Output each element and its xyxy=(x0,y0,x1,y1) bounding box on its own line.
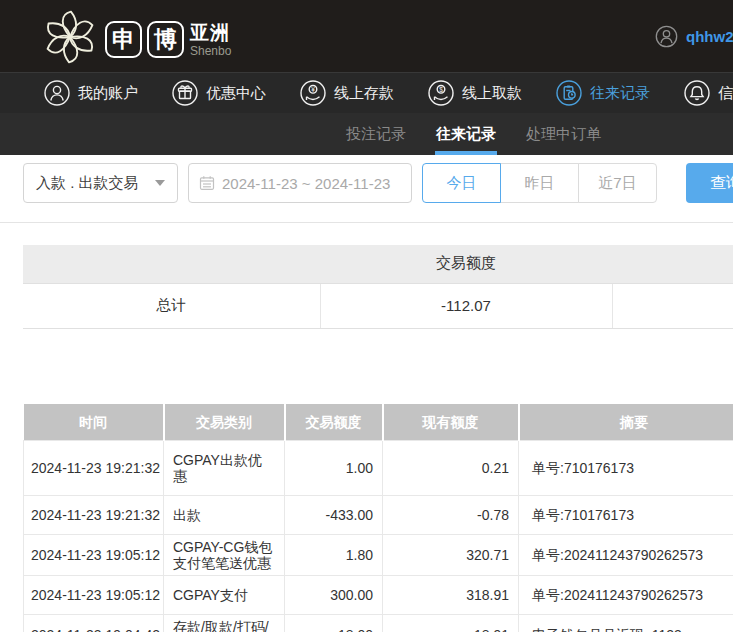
nav-item-records[interactable]: 往来记录 xyxy=(556,80,650,106)
quick-date-buttons: 今日 昨日 近7日 xyxy=(422,163,657,203)
cell-type: CGPAY-CG钱包支付笔笔送优惠 xyxy=(164,534,285,575)
col-header-type: 交易类别 xyxy=(164,404,285,440)
transactions-header-row: 时间 交易类别 交易额度 现有额度 摘要 xyxy=(24,404,733,440)
yesterday-button[interactable]: 昨日 xyxy=(500,163,579,203)
col-header-balance: 现有额度 xyxy=(383,404,519,440)
cell-amount: 1.00 xyxy=(285,440,383,495)
record-tabs: 投注记录 往来记录 处理中订单 xyxy=(345,113,602,155)
cell-balance: 0.21 xyxy=(383,440,519,495)
username-text[interactable]: qhhw2 xyxy=(686,28,733,45)
section-divider xyxy=(0,222,733,223)
nav-item-label: 信息 xyxy=(718,84,733,103)
cell-balance: 320.71 xyxy=(383,534,519,575)
logo-region-text: 亚洲 xyxy=(190,23,231,42)
nav-item-label: 往来记录 xyxy=(590,84,650,103)
tab-label: 往来记录 xyxy=(436,125,496,144)
nav-item-label: 我的账户 xyxy=(78,84,138,103)
tab-bet-records[interactable]: 投注记录 xyxy=(345,113,407,155)
main-navigation: 我的账户 优惠中心 ¥ 线上存款 $ 线上取款 xyxy=(0,72,733,113)
tab-transaction-records[interactable]: 往来记录 xyxy=(435,113,497,155)
summary-header-amount: 交易额度 xyxy=(320,245,612,283)
cell-amount: 18.00 xyxy=(285,614,383,632)
nav-item-label: 优惠中心 xyxy=(206,84,266,103)
cell-type: 出款 xyxy=(164,495,285,534)
cell-amount: 300.00 xyxy=(285,575,383,614)
site-logo[interactable]: 申 博 亚洲 Shenbo xyxy=(40,7,231,67)
tab-label: 处理中订单 xyxy=(526,125,601,144)
table-row: 2024-11-23 19:21:32 出款 -433.00 -0.78 单号:… xyxy=(24,495,733,534)
flower-logo-icon xyxy=(40,7,100,67)
table-row: 2024-11-23 19:05:12 CGPAY支付 300.00 318.9… xyxy=(24,575,733,614)
last-7-days-button[interactable]: 近7日 xyxy=(578,163,657,203)
summary-table: 交易额度 总计 -112.07 xyxy=(23,245,733,329)
date-range-input[interactable]: 2024-11-23 ~ 2024-11-23 xyxy=(188,163,412,203)
cell-note: 电子钱包月月返现_1123 xyxy=(519,614,733,632)
nav-item-label: 线上存款 xyxy=(334,84,394,103)
summary-total-value: -112.07 xyxy=(320,283,612,328)
nav-item-messages[interactable]: 信息 xyxy=(684,80,733,106)
logo-char-bo: 博 xyxy=(147,21,184,58)
deposit-hand-coin-icon: ¥ xyxy=(300,80,326,106)
summary-total-row: 总计 -112.07 xyxy=(23,283,733,328)
logo-char-shen: 申 xyxy=(105,21,142,58)
avatar-icon xyxy=(655,25,678,48)
today-button[interactable]: 今日 xyxy=(422,163,501,203)
sub-navigation: 投注记录 往来记录 处理中订单 xyxy=(0,113,733,155)
cell-note: 单号:202411243790262573 xyxy=(519,534,733,575)
transaction-type-select[interactable]: 入款 . 出款交易 xyxy=(23,163,178,203)
summary-header-row: 交易额度 xyxy=(23,245,733,283)
tab-processing-orders[interactable]: 处理中订单 xyxy=(525,113,602,155)
summary-total-label: 总计 xyxy=(23,283,320,328)
table-row: 2024-11-23 19:05:12 CGPAY-CG钱包支付笔笔送优惠 1.… xyxy=(24,534,733,575)
table-row: 2024-11-23 19:21:32 CGPAY出款优惠 1.00 0.21 … xyxy=(24,440,733,495)
cell-amount: -433.00 xyxy=(285,495,383,534)
summary-header-empty xyxy=(612,245,733,283)
cell-balance: -0.78 xyxy=(383,495,519,534)
site-header: 申 博 亚洲 Shenbo qhhw2 xyxy=(0,0,733,72)
chevron-down-icon xyxy=(155,180,165,186)
cell-type: CGPAY支付 xyxy=(164,575,285,614)
today-button-label: 今日 xyxy=(447,174,477,193)
cell-time: 2024-11-23 19:21:32 xyxy=(24,495,164,534)
content-area: 入款 . 出款交易 2024-11-23 ~ 2024-11-23 今日 昨日 … xyxy=(0,155,733,632)
yesterday-button-label: 昨日 xyxy=(525,174,555,193)
cell-amount: 1.80 xyxy=(285,534,383,575)
cell-time: 2024-11-23 19:21:32 xyxy=(24,440,164,495)
tab-label: 投注记录 xyxy=(346,125,406,144)
nav-item-my-account[interactable]: 我的账户 xyxy=(44,80,138,106)
nav-item-withdraw[interactable]: $ 线上取款 xyxy=(428,80,522,106)
last-7-days-button-label: 近7日 xyxy=(598,174,636,193)
cell-note: 单号:202411243790262573 xyxy=(519,575,733,614)
records-clipboard-icon xyxy=(556,80,582,106)
summary-empty-cell xyxy=(612,283,733,328)
summary-header-empty xyxy=(23,245,320,283)
col-header-time: 时间 xyxy=(24,404,164,440)
user-account[interactable]: qhhw2 xyxy=(655,25,733,48)
svg-text:¥: ¥ xyxy=(311,86,315,93)
transaction-type-value: 入款 . 出款交易 xyxy=(36,174,139,193)
col-header-amount: 交易额度 xyxy=(285,404,383,440)
nav-item-deposit[interactable]: ¥ 线上存款 xyxy=(300,80,394,106)
cell-note: 单号:710176173 xyxy=(519,495,733,534)
date-range-value: 2024-11-23 ~ 2024-11-23 xyxy=(222,175,390,192)
gift-icon xyxy=(172,80,198,106)
logo-subtitle-text: Shenbo xyxy=(190,45,231,57)
cell-time: 2024-11-23 19:05:12 xyxy=(24,575,164,614)
nav-item-label: 线上取款 xyxy=(462,84,522,103)
nav-item-promotions[interactable]: 优惠中心 xyxy=(172,80,266,106)
user-icon xyxy=(44,80,70,106)
bell-icon xyxy=(684,80,710,106)
table-row: 2024-11-23 19:04:42 存款/取款/打码/损益 18.00 18… xyxy=(24,614,733,632)
col-header-note: 摘要 xyxy=(519,404,733,440)
calendar-icon xyxy=(199,175,215,191)
cell-balance: 18.91 xyxy=(383,614,519,632)
cell-time: 2024-11-23 19:04:42 xyxy=(24,614,164,632)
search-button[interactable]: 查询 xyxy=(686,163,733,203)
svg-text:$: $ xyxy=(439,86,443,93)
cell-time: 2024-11-23 19:05:12 xyxy=(24,534,164,575)
withdraw-hand-coin-icon: $ xyxy=(428,80,454,106)
cell-type: CGPAY出款优惠 xyxy=(164,440,285,495)
transactions-table: 时间 交易类别 交易额度 现有额度 摘要 2024-11-23 19:21:32… xyxy=(23,404,733,632)
cell-type: 存款/取款/打码/损益 xyxy=(164,614,285,632)
search-button-label: 查询 xyxy=(710,173,733,194)
